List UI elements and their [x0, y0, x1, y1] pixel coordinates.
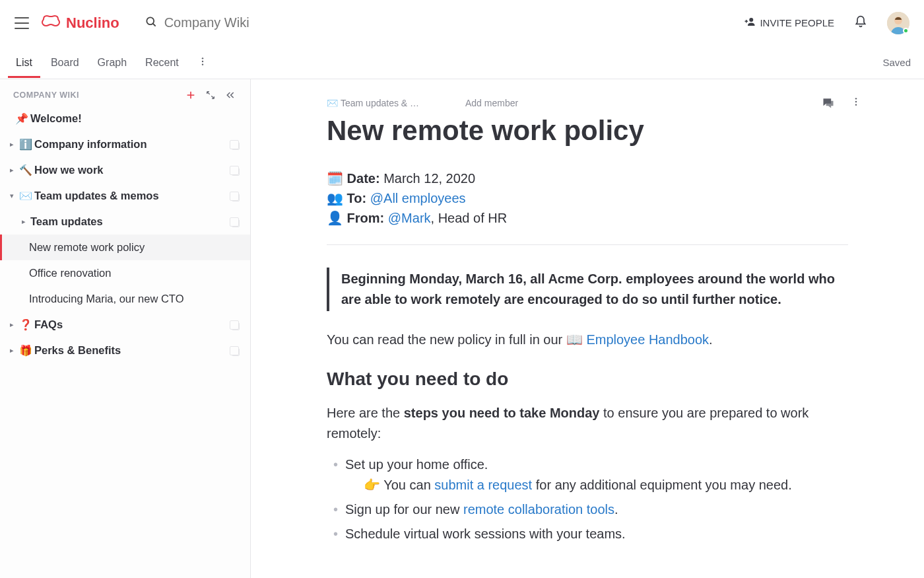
search[interactable]	[145, 15, 361, 31]
calendar-icon: 🗓️	[327, 171, 343, 186]
document-pane: ✉️ Team updates & m… Add member	[251, 79, 924, 578]
tab-more-button[interactable]	[197, 56, 208, 69]
chat-icon	[822, 96, 835, 110]
meta-from: 👤 From: @Mark, Head of HR	[327, 210, 848, 226]
more-vert-icon	[197, 56, 208, 67]
envelope-icon: ✉️	[18, 190, 33, 202]
stack-icon	[232, 217, 241, 227]
svg-point-10	[855, 104, 857, 105]
question-icon: ❓	[18, 318, 33, 331]
collapse-sidebar-button[interactable]	[222, 90, 238, 100]
steps-list: Set up your home office. 👉 You can submi…	[327, 454, 848, 544]
bell-icon	[854, 15, 867, 28]
sidebar-title: COMPANY WIKI	[13, 90, 179, 100]
menu-toggle-button[interactable]	[15, 17, 29, 29]
search-icon	[145, 15, 158, 30]
envelope-icon: ✉️	[327, 98, 338, 108]
chevrons-left-icon	[225, 90, 236, 100]
step-item: Set up your home office. 👉 You can submi…	[327, 454, 848, 495]
mention-mark[interactable]: @Mark	[388, 211, 431, 225]
link-submit-request[interactable]: submit a request	[434, 478, 532, 492]
svg-point-8	[855, 98, 857, 99]
step-sub: 👉 You can submit a request for any addit…	[345, 475, 848, 495]
doc-title[interactable]: New remote work policy	[327, 115, 848, 147]
stack-icon	[232, 346, 241, 355]
sidebar-item-perks-benefits[interactable]: ▸ 🎁 Perks & Benefits	[0, 338, 250, 363]
expand-icon	[205, 90, 216, 100]
hammer-icon: 🔨	[18, 164, 33, 176]
invite-people-button[interactable]: INVITE PEOPLE	[744, 16, 834, 30]
sidebar-header: COMPANY WIKI	[0, 79, 250, 106]
step-item: Sign up for our new remote collaboration…	[327, 499, 848, 520]
book-icon: 📖	[566, 332, 583, 347]
sidebar-item-office-renovation[interactable]: Office renovation	[0, 260, 250, 286]
svg-point-6	[202, 61, 203, 62]
breadcrumb[interactable]: ✉️ Team updates & m…	[327, 98, 426, 108]
gift-icon: 🎁	[18, 344, 33, 357]
sidebar-item-team-updates-memos[interactable]: ▾ ✉️ Team updates & memos	[0, 183, 250, 209]
svg-point-0	[147, 17, 154, 24]
sidebar-item-company-information[interactable]: ▸ ℹ️ Company information	[0, 131, 250, 157]
stack-icon	[232, 192, 241, 201]
chevron-right-icon: ▸	[7, 320, 17, 329]
svg-point-2	[750, 18, 754, 22]
svg-point-9	[855, 101, 857, 102]
person-add-icon	[744, 16, 756, 30]
callout: Beginning Monday, March 16, all Acme Cor…	[327, 268, 848, 311]
saved-status: Saved	[882, 57, 911, 68]
more-vert-icon	[851, 96, 861, 107]
policy-line: You can read the new policy in full in o…	[327, 330, 848, 350]
sidebar-item-how-we-work[interactable]: ▸ 🔨 How we work	[0, 157, 250, 183]
people-icon: 👥	[327, 191, 343, 205]
plus-icon	[185, 90, 196, 100]
tab-recent[interactable]: Recent	[145, 48, 179, 77]
chevron-down-icon: ▾	[7, 192, 17, 200]
sidebar-item-faqs[interactable]: ▸ ❓ FAQs	[0, 312, 250, 338]
divider	[327, 244, 848, 245]
stack-icon	[232, 166, 241, 175]
tab-graph[interactable]: Graph	[98, 48, 127, 77]
stack-icon	[232, 140, 241, 149]
chevron-right-icon: ▸	[18, 217, 29, 226]
link-remote-tools[interactable]: remote collaboration tools	[463, 502, 614, 517]
intro-line: Here are the steps you need to take Mond…	[327, 403, 848, 444]
expand-button[interactable]	[203, 90, 218, 100]
tab-list[interactable]: List	[16, 48, 32, 77]
brain-icon	[41, 14, 61, 32]
chevron-right-icon: ▸	[7, 140, 17, 149]
sidebar: COMPANY WIKI 📌 Welcome! ▸ ℹ️ Company inf…	[0, 79, 251, 578]
sidebar-item-introducing-maria[interactable]: Introducing Maria, our new CTO	[0, 286, 250, 312]
section-what-you-need-to-do: What you need to do	[327, 369, 848, 390]
person-icon: 👤	[327, 211, 343, 225]
chevron-right-icon: ▸	[7, 346, 17, 355]
invite-label: INVITE PEOPLE	[760, 17, 834, 28]
notifications-button[interactable]	[854, 15, 867, 30]
link-employee-handbook[interactable]: Employee Handbook	[586, 332, 709, 347]
meta-date: 🗓️ Date: March 12, 2020	[327, 170, 848, 186]
tab-board[interactable]: Board	[51, 48, 79, 77]
pin-icon: 📌	[15, 112, 29, 125]
doc-metabar: ✉️ Team updates & m… Add member	[327, 98, 848, 108]
stack-icon	[232, 320, 241, 330]
add-page-button[interactable]	[183, 90, 199, 100]
svg-line-1	[152, 24, 155, 26]
chevron-right-icon: ▸	[7, 166, 17, 174]
user-avatar[interactable]	[887, 12, 909, 34]
pointing-icon: 👉	[364, 478, 380, 492]
sidebar-pin-welcome[interactable]: 📌 Welcome!	[0, 106, 250, 131]
view-tabs: List Board Graph Recent Saved	[0, 46, 924, 79]
meta-to: 👥 To: @All employees	[327, 190, 848, 206]
topbar: Nuclino INVITE PEOPLE	[0, 0, 924, 46]
sidebar-item-team-updates[interactable]: ▸ Team updates	[0, 209, 250, 235]
svg-point-5	[202, 57, 203, 59]
sidebar-item-new-remote-work-policy[interactable]: New remote work policy	[0, 235, 250, 260]
info-icon: ℹ️	[18, 138, 33, 151]
comments-button[interactable]	[822, 96, 835, 112]
add-member-button[interactable]: Add member	[465, 98, 518, 108]
step-item: Schedule virtual work sessions with your…	[327, 524, 848, 544]
brand-logo[interactable]: Nuclino	[41, 14, 119, 32]
mention-all-employees[interactable]: @All employees	[370, 191, 466, 205]
doc-more-button[interactable]	[851, 96, 861, 112]
brand-name: Nuclino	[66, 15, 119, 32]
search-input[interactable]	[163, 15, 361, 31]
